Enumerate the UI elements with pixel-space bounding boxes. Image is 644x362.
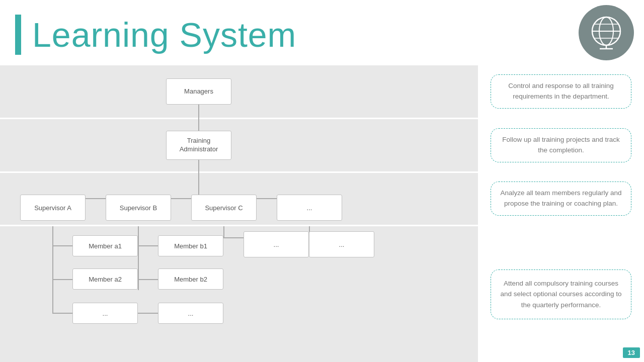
page-number: 13 [623, 347, 640, 358]
desc-box-2: Follow up all training projects and trac… [491, 128, 631, 162]
member-a2-node: Member a2 [72, 268, 138, 290]
member-d-more-label: ... [339, 241, 345, 248]
globe-icon [589, 15, 624, 50]
header: Learning System [0, 0, 644, 65]
member-a-more-node: ... [72, 303, 138, 324]
h-to-b2 [138, 279, 158, 280]
v-line-ta-bottom [198, 160, 199, 173]
desc-area: Control and response to all training req… [478, 65, 644, 362]
training-admin-band-nodes: TrainingAdministrator [0, 119, 478, 171]
member-c-more-label: ... [274, 241, 279, 248]
h-to-c1 [223, 237, 244, 238]
member-b2-label: Member b2 [174, 276, 207, 283]
member-b2-node: Member b2 [158, 268, 223, 290]
supervisor-more-node: ... [277, 195, 342, 221]
supervisor-more-label: ... [307, 204, 312, 212]
member-b1-node: Member b1 [158, 235, 223, 256]
band-training-admin: TrainingAdministrator [0, 119, 478, 173]
globe-logo [579, 5, 634, 60]
band-members: Member a1 Member a2 ... [0, 226, 478, 362]
h-to-b1 [138, 245, 158, 246]
supervisor-a-label: Supervisor A [34, 204, 71, 212]
member-a-more-label: ... [103, 310, 108, 317]
supervisor-c-node: Supervisor C [191, 195, 257, 221]
v-line-col-a-top [52, 226, 53, 237]
member-a1-label: Member a1 [89, 242, 122, 250]
member-b1-label: Member b1 [174, 242, 207, 250]
h-to-a3 [52, 313, 72, 314]
org-chart: Managers TrainingAdministrator [0, 65, 478, 362]
training-admin-label: TrainingAdministrator [180, 137, 218, 154]
desc-band-2: Follow up all training projects and trac… [478, 119, 644, 173]
desc-box-3: Analyze all team members regularly and p… [491, 182, 631, 216]
supervisors-band-nodes: Supervisor A Supervisor B Supervisor C .… [0, 173, 478, 225]
h-line-supervisors [53, 198, 309, 199]
v-line-ta-top [198, 119, 199, 131]
managers-node: Managers [166, 78, 231, 105]
managers-band-nodes: Managers [0, 65, 478, 118]
member-b-more-label: ... [188, 310, 194, 317]
band-managers: Managers [0, 65, 478, 119]
member-a2-label: Member a2 [89, 276, 122, 283]
desc-box-4: Attend all compulsory training courses a… [491, 269, 631, 319]
member-d-more-node: ... [309, 231, 374, 257]
page-title: Learning System [32, 18, 296, 52]
desc-band-1: Control and response to all training req… [478, 65, 644, 119]
band-supervisors: Supervisor A Supervisor B Supervisor C .… [0, 173, 478, 227]
member-a1-node: Member a1 [72, 235, 138, 256]
supervisor-a-node: Supervisor A [20, 195, 86, 221]
members-band-nodes: Member a1 Member a2 ... [0, 226, 478, 362]
supervisor-b-node: Supervisor B [106, 195, 171, 221]
h-to-a1 [52, 245, 72, 246]
desc-box-1: Control and response to all training req… [491, 74, 631, 109]
supervisor-b-label: Supervisor B [120, 204, 157, 212]
training-admin-node: TrainingAdministrator [166, 131, 231, 160]
h-to-a2 [52, 279, 72, 280]
h-to-b3 [138, 313, 158, 314]
v-line-mgr [198, 105, 199, 119]
member-b-more-node: ... [158, 303, 223, 324]
header-accent [15, 15, 21, 55]
member-c-more-node: ... [244, 231, 309, 257]
v-bracket-a [52, 237, 53, 313]
desc-band-3: Analyze all team members regularly and p… [478, 173, 644, 227]
desc-band-4: Attend all compulsory training courses a… [478, 226, 644, 362]
supervisor-c-label: Supervisor C [205, 204, 243, 212]
v-line-col-b-top [138, 226, 139, 237]
v-line-col-c-top [223, 226, 224, 237]
